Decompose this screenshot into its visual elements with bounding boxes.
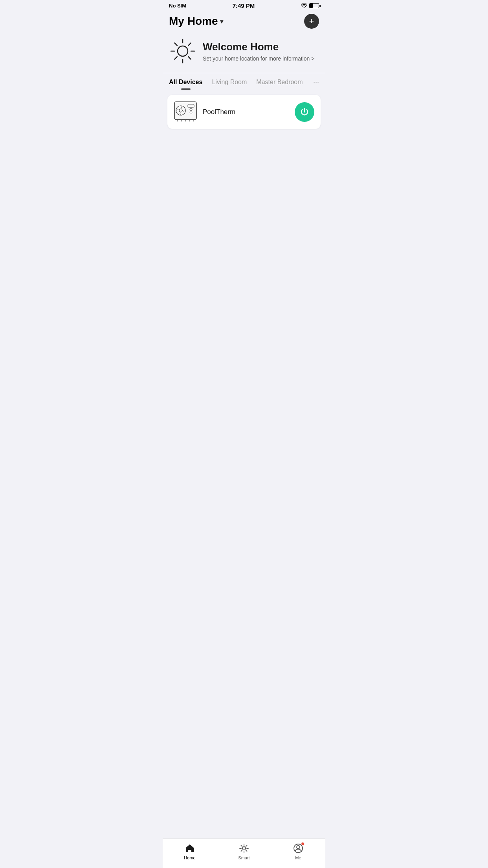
svg-point-0 — [178, 46, 188, 56]
svg-line-5 — [174, 43, 177, 45]
tab-living-room[interactable]: Living Room — [212, 79, 247, 90]
home-title-container[interactable]: My Home ▾ — [169, 15, 223, 28]
chevron-down-icon: ▾ — [220, 18, 223, 25]
svg-line-8 — [174, 57, 177, 59]
tab-more-button[interactable]: ··· — [313, 78, 319, 90]
sun-icon — [169, 37, 196, 65]
wifi-icon — [301, 4, 307, 8]
welcome-subtitle-text: Set your home location for more informat… — [203, 55, 310, 62]
battery-icon — [309, 3, 319, 8]
add-icon: + — [309, 17, 314, 26]
tabs-bar: All Devices Living Room Master Bedroom ·… — [163, 73, 325, 90]
tab-all-devices[interactable]: All Devices — [169, 79, 202, 90]
header: My Home ▾ + — [163, 11, 325, 33]
home-title-text: My Home — [169, 15, 218, 28]
status-bar: No SIM 7:49 PM — [163, 0, 325, 11]
status-right — [301, 3, 319, 8]
content-area — [163, 134, 325, 291]
svg-line-7 — [188, 43, 191, 45]
svg-line-6 — [188, 57, 191, 59]
welcome-section: Welcome Home Set your home location for … — [163, 33, 325, 73]
tab-all-devices-label: All Devices — [169, 79, 202, 85]
power-button-pooltherm[interactable] — [295, 102, 314, 122]
welcome-text: Welcome Home Set your home location for … — [203, 41, 315, 62]
welcome-title: Welcome Home — [203, 41, 315, 53]
carrier-label: No SIM — [169, 3, 186, 9]
device-list: PoolTherm — [163, 90, 325, 134]
add-button[interactable]: + — [304, 14, 319, 29]
tab-living-room-label: Living Room — [212, 79, 247, 85]
tab-master-bedroom[interactable]: Master Bedroom — [256, 79, 303, 90]
device-image-pooltherm — [174, 101, 197, 123]
welcome-subtitle[interactable]: Set your home location for more informat… — [203, 55, 315, 62]
tab-master-bedroom-label: Master Bedroom — [256, 79, 303, 85]
device-card-pooltherm: PoolTherm — [167, 95, 321, 129]
chevron-right-icon: > — [311, 55, 314, 62]
time-label: 7:49 PM — [233, 2, 255, 9]
power-icon — [300, 107, 309, 117]
device-name-pooltherm: PoolTherm — [203, 108, 289, 116]
